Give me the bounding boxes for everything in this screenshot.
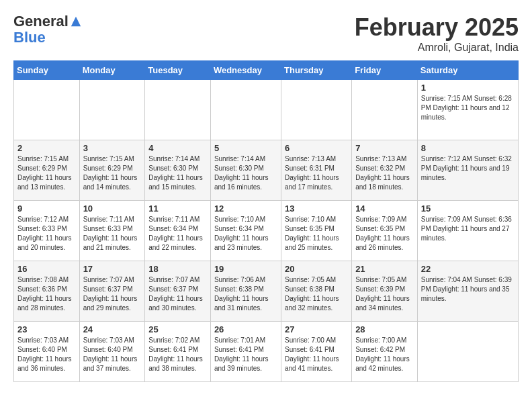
day-info: Sunrise: 7:13 AM Sunset: 6:32 PM Dayligh… (355, 154, 414, 192)
week-row-5: 23Sunrise: 7:03 AM Sunset: 6:40 PM Dayli… (14, 322, 519, 382)
day-number: 8 (421, 143, 515, 153)
day-number: 13 (285, 203, 348, 214)
calendar-cell: 12Sunrise: 7:10 AM Sunset: 6:34 PM Dayli… (210, 201, 281, 261)
day-number: 22 (421, 264, 515, 274)
calendar-cell: 8Sunrise: 7:12 AM Sunset: 6:32 PM Daylig… (417, 140, 518, 201)
day-number: 5 (214, 143, 277, 153)
calendar-cell: 15Sunrise: 7:09 AM Sunset: 6:36 PM Dayli… (417, 201, 518, 261)
location: Amroli, Gujarat, India (355, 42, 519, 54)
month-title: February 2025 (355, 13, 519, 42)
day-info: Sunrise: 7:10 AM Sunset: 6:34 PM Dayligh… (214, 215, 277, 253)
day-info: Sunrise: 7:12 AM Sunset: 6:32 PM Dayligh… (421, 154, 515, 183)
day-header-saturday: Saturday (417, 61, 518, 80)
calendar-cell: 1Sunrise: 7:15 AM Sunset: 6:28 PM Daylig… (417, 80, 518, 140)
day-number: 2 (17, 143, 76, 153)
day-info: Sunrise: 7:11 AM Sunset: 6:34 PM Dayligh… (148, 215, 207, 253)
day-info: Sunrise: 7:15 AM Sunset: 6:29 PM Dayligh… (17, 154, 76, 192)
day-number: 11 (148, 203, 207, 214)
calendar-cell: 2Sunrise: 7:15 AM Sunset: 6:29 PM Daylig… (14, 140, 80, 201)
day-info: Sunrise: 7:09 AM Sunset: 6:36 PM Dayligh… (421, 215, 515, 243)
calendar-cell: 17Sunrise: 7:07 AM Sunset: 6:37 PM Dayli… (79, 261, 145, 322)
day-number: 7 (355, 143, 414, 153)
day-header-thursday: Thursday (281, 61, 352, 80)
day-number: 21 (355, 264, 414, 274)
calendar-cell (417, 322, 518, 382)
week-row-2: 2Sunrise: 7:15 AM Sunset: 6:29 PM Daylig… (14, 140, 519, 201)
day-info: Sunrise: 7:12 AM Sunset: 6:33 PM Dayligh… (17, 215, 76, 253)
calendar-cell: 5Sunrise: 7:14 AM Sunset: 6:30 PM Daylig… (210, 140, 281, 201)
calendar-cell: 21Sunrise: 7:05 AM Sunset: 6:39 PM Dayli… (352, 261, 418, 322)
calendar-cell: 22Sunrise: 7:04 AM Sunset: 6:39 PM Dayli… (417, 261, 518, 322)
calendar-cell: 28Sunrise: 7:00 AM Sunset: 6:42 PM Dayli… (352, 322, 418, 382)
day-number: 1 (421, 83, 515, 93)
week-row-3: 9Sunrise: 7:12 AM Sunset: 6:33 PM Daylig… (14, 201, 519, 261)
logo-general: General (13, 13, 69, 30)
calendar-cell: 9Sunrise: 7:12 AM Sunset: 6:33 PM Daylig… (14, 201, 80, 261)
day-number: 25 (148, 324, 207, 334)
day-info: Sunrise: 7:01 AM Sunset: 6:41 PM Dayligh… (214, 336, 277, 373)
day-header-wednesday: Wednesday (210, 61, 281, 80)
calendar-cell (145, 80, 211, 140)
day-info: Sunrise: 7:13 AM Sunset: 6:31 PM Dayligh… (285, 154, 348, 192)
day-number: 9 (17, 203, 76, 214)
day-header-friday: Friday (352, 61, 418, 80)
day-header-monday: Monday (79, 61, 145, 80)
logo-icon (70, 15, 82, 28)
day-number: 6 (285, 143, 348, 153)
calendar-cell: 26Sunrise: 7:01 AM Sunset: 6:41 PM Dayli… (210, 322, 281, 382)
day-info: Sunrise: 7:03 AM Sunset: 6:40 PM Dayligh… (17, 336, 76, 373)
calendar-cell: 25Sunrise: 7:02 AM Sunset: 6:41 PM Dayli… (145, 322, 211, 382)
calendar-cell: 19Sunrise: 7:06 AM Sunset: 6:38 PM Dayli… (210, 261, 281, 322)
day-number: 12 (214, 203, 277, 214)
day-info: Sunrise: 7:07 AM Sunset: 6:37 PM Dayligh… (148, 275, 207, 313)
day-info: Sunrise: 7:05 AM Sunset: 6:38 PM Dayligh… (285, 275, 348, 313)
day-info: Sunrise: 7:07 AM Sunset: 6:37 PM Dayligh… (83, 275, 142, 313)
calendar-table: SundayMondayTuesdayWednesdayThursdayFrid… (13, 60, 519, 382)
title-section: February 2025 Amroli, Gujarat, India (355, 13, 519, 54)
day-header-tuesday: Tuesday (145, 61, 211, 80)
day-number: 27 (285, 324, 348, 334)
calendar-cell: 11Sunrise: 7:11 AM Sunset: 6:34 PM Dayli… (145, 201, 211, 261)
calendar-cell: 13Sunrise: 7:10 AM Sunset: 6:35 PM Dayli… (281, 201, 352, 261)
day-number: 10 (83, 203, 142, 214)
week-row-4: 16Sunrise: 7:08 AM Sunset: 6:36 PM Dayli… (14, 261, 519, 322)
day-number: 19 (214, 264, 277, 274)
calendar-cell: 23Sunrise: 7:03 AM Sunset: 6:40 PM Dayli… (14, 322, 80, 382)
day-number: 14 (355, 203, 414, 214)
calendar-cell (352, 80, 418, 140)
header-row: SundayMondayTuesdayWednesdayThursdayFrid… (14, 61, 519, 80)
calendar-cell: 18Sunrise: 7:07 AM Sunset: 6:37 PM Dayli… (145, 261, 211, 322)
logo: General Blue (13, 13, 82, 46)
svg-marker-0 (71, 17, 81, 26)
day-number: 15 (421, 203, 515, 214)
day-number: 23 (17, 324, 76, 334)
day-info: Sunrise: 7:14 AM Sunset: 6:30 PM Dayligh… (214, 154, 277, 192)
calendar-cell: 14Sunrise: 7:09 AM Sunset: 6:35 PM Dayli… (352, 201, 418, 261)
calendar-cell: 7Sunrise: 7:13 AM Sunset: 6:32 PM Daylig… (352, 140, 418, 201)
day-number: 24 (83, 324, 142, 334)
page-header: General Blue February 2025 Amroli, Gujar… (13, 13, 519, 54)
day-info: Sunrise: 7:09 AM Sunset: 6:35 PM Dayligh… (355, 215, 414, 253)
calendar-cell (79, 80, 145, 140)
logo-blue: Blue (13, 30, 82, 46)
week-row-1: 1Sunrise: 7:15 AM Sunset: 6:28 PM Daylig… (14, 80, 519, 140)
day-info: Sunrise: 7:04 AM Sunset: 6:39 PM Dayligh… (421, 275, 515, 304)
day-info: Sunrise: 7:05 AM Sunset: 6:39 PM Dayligh… (355, 275, 414, 313)
day-number: 16 (17, 264, 76, 274)
day-info: Sunrise: 7:06 AM Sunset: 6:38 PM Dayligh… (214, 275, 277, 313)
day-number: 28 (355, 324, 414, 334)
calendar-cell: 16Sunrise: 7:08 AM Sunset: 6:36 PM Dayli… (14, 261, 80, 322)
day-number: 18 (148, 264, 207, 274)
calendar-cell: 20Sunrise: 7:05 AM Sunset: 6:38 PM Dayli… (281, 261, 352, 322)
day-info: Sunrise: 7:14 AM Sunset: 6:30 PM Dayligh… (148, 154, 207, 192)
calendar-cell: 10Sunrise: 7:11 AM Sunset: 6:33 PM Dayli… (79, 201, 145, 261)
day-info: Sunrise: 7:10 AM Sunset: 6:35 PM Dayligh… (285, 215, 348, 253)
day-number: 20 (285, 264, 348, 274)
calendar-cell: 24Sunrise: 7:03 AM Sunset: 6:40 PM Dayli… (79, 322, 145, 382)
day-info: Sunrise: 7:00 AM Sunset: 6:42 PM Dayligh… (355, 336, 414, 373)
calendar-cell: 6Sunrise: 7:13 AM Sunset: 6:31 PM Daylig… (281, 140, 352, 201)
calendar-cell (14, 80, 80, 140)
day-number: 3 (83, 143, 142, 153)
day-header-sunday: Sunday (14, 61, 80, 80)
day-info: Sunrise: 7:11 AM Sunset: 6:33 PM Dayligh… (83, 215, 142, 253)
